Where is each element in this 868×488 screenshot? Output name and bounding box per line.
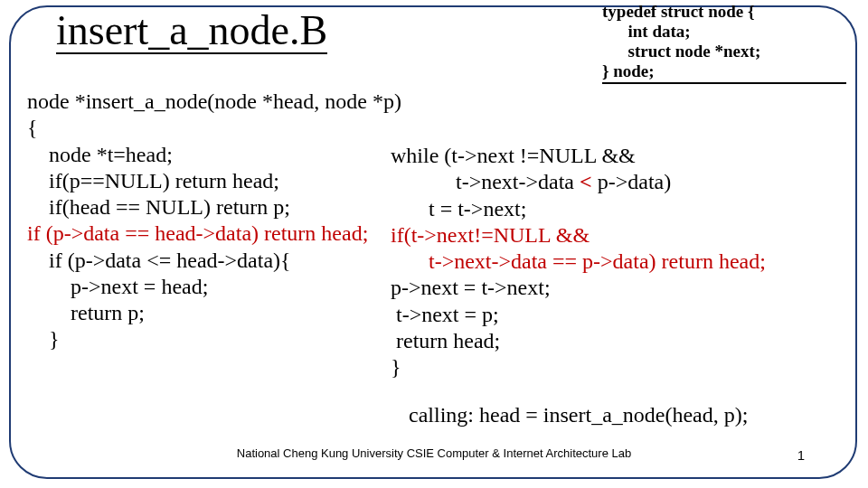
footer-text: National Cheng Kung University CSIE Comp… — [0, 447, 868, 461]
calling-line: calling: head = insert_a_node(head, p); — [409, 403, 748, 427]
page-number: 1 — [797, 447, 805, 463]
code-left-part1: node *insert_a_node(node *head, node *p)… — [27, 89, 401, 219]
slide: insert_a_node.B typedef struct node { in… — [0, 0, 868, 488]
code-left-part2: if (p->data <= head->data){ p->next = he… — [27, 249, 291, 352]
code-left-red-line: if (p->data == head->data) return head; — [27, 221, 368, 245]
code-right-column: while (t->next !=NULL && t->next->data <… — [391, 143, 861, 380]
code-right-part3: p->next = t->next; t->next = p; return h… — [391, 276, 551, 379]
typedef-block: typedef struct node { int data; struct n… — [602, 2, 846, 84]
slide-title: insert_a_node.B — [56, 9, 327, 54]
code-right-red-block: if(t->next!=NULL && t->next->data == p->… — [391, 223, 766, 273]
code-right-red-lt: < — [580, 170, 592, 193]
code-left-column: node *insert_a_node(node *head, node *p)… — [27, 89, 407, 353]
